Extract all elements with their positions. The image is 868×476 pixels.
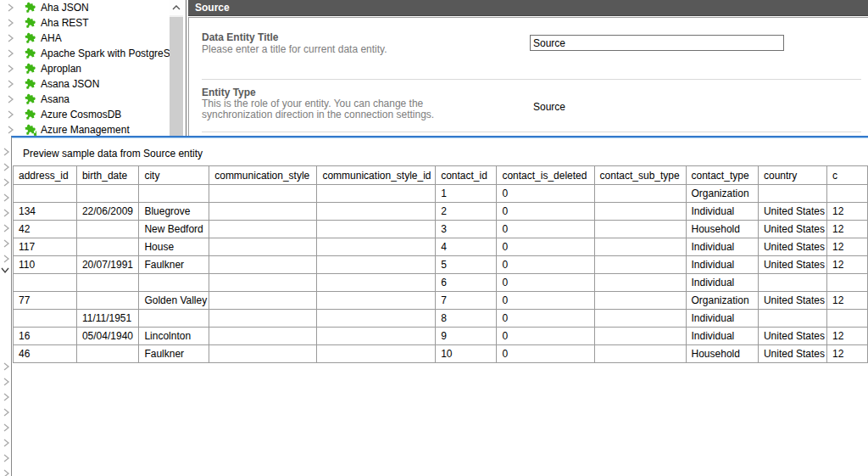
table-cell[interactable]: 12 (827, 203, 868, 221)
table-cell[interactable]: 46 (14, 345, 77, 363)
table-cell[interactable]: Individual (686, 256, 758, 274)
table-row[interactable]: 46Faulkner100HouseholdUnited States12 (14, 345, 868, 363)
tree-expand-chevron[interactable] (2, 375, 10, 390)
table-cell[interactable]: 5 (436, 256, 497, 274)
table-cell[interactable]: 134 (14, 203, 77, 221)
tree-expand-chevron[interactable] (2, 360, 10, 375)
table-cell[interactable]: 2 (436, 203, 497, 221)
table-cell[interactable]: Organization (686, 185, 758, 203)
tree-expand-chevron[interactable] (2, 191, 10, 206)
table-cell[interactable] (594, 221, 686, 238)
table-row[interactable]: 1605/04/1940Lincolnton90IndividualUnited… (14, 328, 868, 345)
column-header[interactable]: contact_id (436, 166, 497, 185)
panel-splitter[interactable] (186, 0, 186, 137)
table-cell[interactable] (758, 185, 826, 203)
table-cell[interactable]: Golden Valley (139, 292, 209, 310)
table-cell[interactable]: 0 (497, 345, 594, 363)
column-header[interactable]: communication_style_id (317, 166, 436, 185)
tree-expand-chevron[interactable] (2, 176, 10, 191)
table-row[interactable]: 10Organization (14, 185, 868, 203)
table-cell[interactable] (209, 203, 317, 221)
table-cell[interactable]: Faulkner (139, 256, 209, 274)
table-cell[interactable]: 8 (436, 310, 497, 328)
table-cell[interactable]: 0 (497, 310, 594, 328)
table-cell[interactable] (317, 221, 436, 238)
table-cell[interactable] (594, 256, 686, 274)
tree-expand-chevron[interactable] (2, 145, 10, 160)
table-cell[interactable]: 16 (14, 328, 77, 345)
tree-expand-chevron[interactable] (2, 206, 10, 221)
tree-expand-chevron[interactable] (2, 390, 10, 406)
table-cell[interactable]: 110 (14, 256, 77, 274)
table-cell[interactable] (14, 274, 77, 292)
table-cell[interactable]: 117 (14, 238, 77, 256)
entity-title-input[interactable] (530, 35, 784, 51)
tree-item[interactable]: Azure CosmosDB (0, 107, 170, 122)
table-cell[interactable] (209, 328, 317, 345)
table-cell[interactable]: 0 (497, 203, 594, 221)
tree-expand-chevron[interactable] (0, 263, 10, 278)
table-row[interactable]: 13422/06/2009Bluegrove20IndividualUnited… (14, 203, 868, 221)
table-cell[interactable] (76, 292, 138, 310)
table-cell[interactable] (76, 345, 138, 363)
table-cell[interactable] (139, 310, 209, 328)
table-cell[interactable]: 12 (827, 238, 868, 256)
table-cell[interactable] (76, 274, 138, 292)
table-cell[interactable]: United States (758, 292, 826, 310)
table-cell[interactable]: 12 (827, 256, 868, 274)
table-cell[interactable]: United States (758, 203, 826, 221)
table-cell[interactable]: Organization (686, 292, 758, 310)
table-cell[interactable]: 77 (14, 292, 77, 310)
table-cell[interactable]: United States (758, 328, 826, 345)
column-header[interactable]: contact_is_deleted (497, 166, 594, 185)
tree-expand-chevron[interactable] (2, 160, 10, 176)
table-cell[interactable]: Individual (686, 310, 758, 328)
table-cell[interactable]: 11/11/1951 (76, 310, 138, 328)
table-cell[interactable]: 7 (436, 292, 497, 310)
table-cell[interactable] (317, 274, 436, 292)
tree-item[interactable]: Aha REST (0, 15, 170, 31)
table-cell[interactable]: United States (758, 345, 826, 363)
table-cell[interactable]: 9 (436, 328, 497, 345)
table-cell[interactable]: Individual (686, 328, 758, 345)
table-cell[interactable] (317, 328, 436, 345)
tree-expand-chevron[interactable] (2, 467, 10, 476)
table-cell[interactable] (139, 185, 209, 203)
table-cell[interactable]: 22/06/2009 (76, 203, 138, 221)
table-row[interactable]: 117House40IndividualUnited States12 (14, 238, 868, 256)
table-cell[interactable] (209, 185, 317, 203)
table-cell[interactable]: 12 (827, 345, 868, 363)
table-cell[interactable]: 0 (497, 292, 594, 310)
scroll-up-button[interactable] (170, 0, 183, 15)
table-cell[interactable] (317, 345, 436, 363)
table-cell[interactable]: United States (758, 256, 826, 274)
tree-item[interactable]: Asana JSON (0, 76, 170, 92)
tree-expand-chevron[interactable] (2, 406, 10, 421)
column-header[interactable]: country (758, 166, 826, 185)
table-cell[interactable]: 42 (14, 221, 77, 238)
scrollbar-thumb[interactable] (170, 17, 183, 137)
table-cell[interactable]: Individual (686, 203, 758, 221)
table-cell[interactable]: 4 (436, 238, 497, 256)
table-cell[interactable]: 1 (436, 185, 497, 203)
tree-item[interactable]: Asana (0, 92, 170, 107)
table-cell[interactable] (317, 256, 436, 274)
table-cell[interactable] (76, 221, 138, 238)
table-cell[interactable]: Faulkner (139, 345, 209, 363)
table-cell[interactable]: 12 (827, 328, 868, 345)
table-cell[interactable] (317, 185, 436, 203)
table-cell[interactable] (317, 292, 436, 310)
table-cell[interactable]: Bluegrove (139, 203, 209, 221)
table-cell[interactable]: 0 (497, 185, 594, 203)
table-cell[interactable] (758, 310, 826, 328)
table-cell[interactable]: 6 (436, 274, 497, 292)
tree-item[interactable]: Aha JSON (0, 0, 170, 15)
table-cell[interactable]: 0 (497, 221, 594, 238)
table-cell[interactable] (209, 221, 317, 238)
table-cell[interactable]: 0 (497, 256, 594, 274)
table-cell[interactable] (14, 185, 77, 203)
table-cell[interactable]: United States (758, 238, 826, 256)
table-cell[interactable]: New Bedford (139, 221, 209, 238)
table-cell[interactable] (827, 274, 868, 292)
table-cell[interactable] (139, 274, 209, 292)
